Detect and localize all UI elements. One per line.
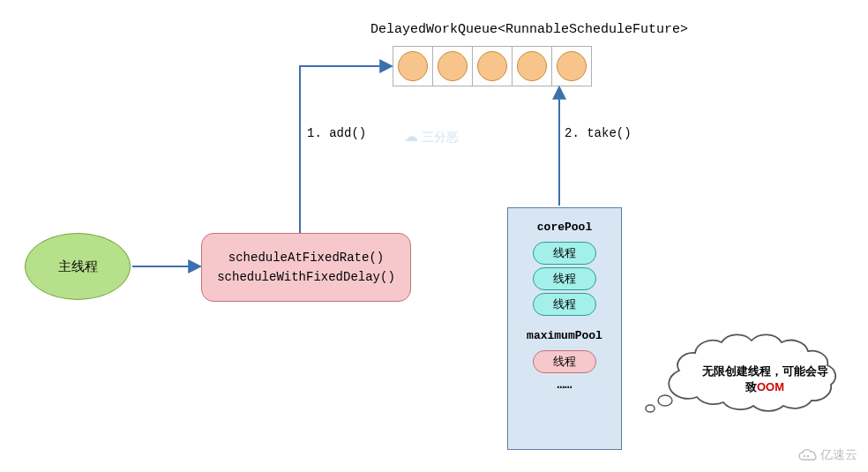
core-thread-pill: 线程 (533, 242, 596, 265)
watermark-corner-text: 亿速云 (820, 447, 857, 463)
maximum-pool-label: maximumPool (527, 329, 602, 342)
pool-ellipsis: …… (557, 378, 572, 392)
queue-cell (512, 46, 552, 86)
edge-add-label: 1. add() (307, 126, 366, 140)
thought-cloud-text: 无限创建线程，可能会导致OOM (699, 363, 831, 395)
queue-title: DelayedWorkQueue<RunnableScheduleFuture> (370, 22, 688, 37)
thought-text-oom: OOM (757, 380, 784, 393)
thread-pool: corePool 线程线程线程 maximumPool 线程 …… (507, 207, 622, 450)
queue-task-icon (557, 51, 587, 81)
main-thread-node: 主线程 (25, 233, 131, 300)
svg-point-1 (646, 405, 655, 412)
schedule-line2: scheduleWithFixedDelay() (217, 270, 395, 284)
core-thread-pill: 线程 (533, 267, 596, 290)
queue-cell (432, 46, 473, 86)
queue-cell (393, 46, 433, 86)
schedule-line1: scheduleAtFixedRate() (228, 251, 384, 265)
queue-task-icon (517, 51, 547, 81)
core-thread-pill: 线程 (533, 293, 596, 316)
max-thread-pill: 线程 (533, 350, 596, 373)
watermark-corner: 亿速云 (797, 447, 857, 463)
main-thread-label: 主线程 (58, 258, 98, 275)
edge-take-label: 2. take() (565, 126, 632, 140)
schedule-box: scheduleAtFixedRate() scheduleWithFixedD… (201, 233, 411, 302)
queue-task-icon (398, 51, 428, 81)
svg-point-2 (658, 395, 672, 406)
core-pool-label: corePool (537, 221, 592, 234)
svg-point-3 (804, 455, 805, 457)
cloud-icon (797, 448, 817, 462)
watermark-center-text: 三分恶 (422, 130, 459, 144)
watermark-center: ☁ 三分恶 (404, 128, 459, 146)
svg-point-4 (807, 455, 809, 457)
queue-cell (551, 46, 592, 86)
queue-task-icon (438, 51, 468, 81)
queue-task-icon (477, 51, 507, 81)
delayed-work-queue (393, 46, 592, 86)
queue-cell (472, 46, 513, 86)
